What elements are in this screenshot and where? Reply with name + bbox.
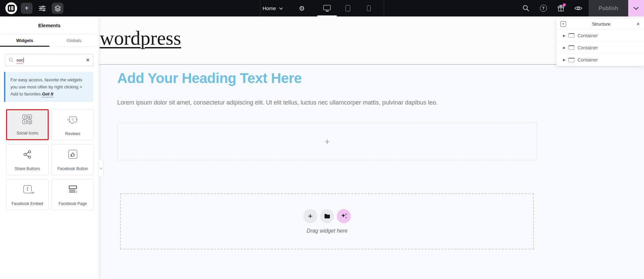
structure-button[interactable] (52, 3, 63, 14)
facebook-page-icon: f (68, 185, 78, 194)
tab-widgets[interactable]: Widgets (0, 34, 49, 46)
notification-badge (563, 3, 566, 6)
widget-search-field[interactable]: soc ✕ (5, 54, 93, 66)
elementor-logo[interactable] (5, 2, 17, 14)
widget-label: Reviews (65, 131, 80, 136)
text-caret (24, 57, 24, 63)
container-icon (568, 33, 574, 38)
structure-row-container-3[interactable]: ▶ Container (556, 54, 644, 66)
chevron-left-icon: ‹ (101, 166, 102, 171)
tablet-icon (346, 5, 350, 11)
widget-label: Facebook Embed (11, 201, 43, 206)
structure-panel-header: ▾ Structure ✕ (556, 18, 644, 30)
caret-right-icon[interactable]: ▶ (563, 46, 565, 49)
eye-icon (574, 6, 582, 11)
desktop-icon (323, 5, 331, 10)
elementor-logo-icon (8, 5, 15, 12)
empty-container-1[interactable]: + (117, 123, 537, 160)
drag-widget-hint: Drag widget here (307, 228, 348, 234)
ai-builder-button[interactable] (337, 209, 351, 223)
preview-button[interactable] (569, 0, 587, 16)
panel-tabs: Widgets Globals (0, 34, 99, 47)
chevron-down-icon (279, 7, 283, 10)
gear-icon: ⚙ (299, 4, 305, 12)
plus-icon: + (25, 4, 29, 11)
device-desktop-button[interactable] (317, 0, 337, 16)
responsive-mode-switcher (317, 0, 379, 16)
add-widget-plus-icon[interactable]: + (325, 136, 330, 147)
caret-right-icon[interactable]: ▶ (563, 58, 565, 62)
publish-button[interactable]: Publish (589, 0, 628, 16)
container-icon (568, 45, 574, 50)
structure-panel-title: Structure (566, 22, 636, 27)
search-icon (9, 57, 14, 63)
elements-panel: Elements Widgets Globals soc ✕ For easy … (0, 16, 99, 279)
active-device-indicator (317, 15, 337, 16)
device-tablet-button[interactable] (337, 0, 358, 16)
container-icon (568, 58, 574, 62)
whats-new-button[interactable] (552, 0, 569, 16)
template-library-button[interactable] (320, 209, 334, 223)
editor-top-bar: + Home ⚙ (0, 0, 644, 16)
widget-card-facebook-page[interactable]: f Facebook Page (51, 179, 94, 210)
sparkles-icon (340, 212, 348, 220)
document-switcher[interactable]: Home (263, 0, 283, 16)
widget-card-facebook-button[interactable]: Facebook Button (51, 144, 94, 175)
publish-options-button[interactable] (628, 0, 644, 16)
device-mobile-button[interactable] (358, 0, 379, 16)
widget-card-social-icons[interactable]: f ▶ t Social Icons (6, 109, 49, 140)
structure-row-container-1[interactable]: ▶ Container (556, 30, 644, 42)
help-icon: ? (540, 5, 547, 12)
widget-label: Facebook Page (58, 201, 87, 206)
topbar-divider (384, 0, 384, 16)
site-settings-button[interactable] (36, 3, 48, 14)
search-input[interactable]: soc (16, 57, 83, 63)
add-element-button[interactable]: + (21, 3, 33, 14)
mobile-icon (367, 5, 371, 11)
facebook-embed-icon: f </> (24, 185, 32, 193)
widget-label: Share Buttons (14, 166, 40, 171)
close-icon[interactable]: ✕ (636, 22, 640, 27)
svg-text:f: f (76, 190, 77, 194)
collapse-all-icon[interactable]: ▾ (560, 21, 566, 27)
widget-card-share-buttons[interactable]: Share Buttons (6, 144, 49, 175)
search-icon (522, 5, 530, 12)
finder-search-button[interactable] (517, 0, 535, 16)
share-icon (23, 150, 32, 159)
plus-icon: + (308, 211, 313, 221)
document-title: Home (263, 5, 276, 11)
chevron-down-icon (633, 7, 639, 10)
text-editor-widget[interactable]: Lorem ipsum dolor sit amet, consectetur … (117, 99, 438, 106)
topbar-divider (260, 0, 261, 16)
tab-globals[interactable]: Globals (49, 34, 99, 46)
social-icons-icon: f ▶ t (22, 115, 32, 124)
sliders-icon (39, 5, 46, 11)
widget-grid: f ▶ t Social Icons ‹ ☆ › Reviews (6, 109, 94, 210)
structure-panel: ▾ Structure ✕ ▶ Container ▶ Container ▶ … (556, 18, 644, 66)
collapse-panel-handle[interactable]: ‹ (99, 160, 104, 177)
folder-icon (324, 213, 330, 219)
caret-right-icon[interactable]: ▶ (563, 34, 565, 37)
layers-icon (54, 5, 61, 12)
add-element-circle-button[interactable]: + (303, 209, 317, 223)
widget-label: Social Icons (16, 131, 38, 135)
favorites-notice: For easy access, favorite the widgets yo… (4, 72, 93, 102)
thumbs-up-icon (68, 150, 77, 159)
heading-widget[interactable]: Add Your Heading Text Here (117, 70, 302, 86)
widget-card-facebook-embed[interactable]: f </> Facebook Embed (6, 179, 49, 210)
reviews-icon: ‹ ☆ › (67, 117, 78, 122)
page-settings-button[interactable]: ⚙ (297, 0, 307, 16)
got-it-link[interactable]: Got It (42, 91, 53, 97)
help-button[interactable]: ? (535, 0, 552, 16)
empty-container-2[interactable]: + Drag widget here (120, 193, 534, 249)
panel-title: Elements (0, 16, 99, 34)
widget-card-reviews[interactable]: ‹ ☆ › Reviews (51, 109, 94, 140)
widget-label: Facebook Button (57, 166, 88, 171)
structure-row-container-2[interactable]: ▶ Container (556, 42, 644, 54)
clear-search-icon[interactable]: ✕ (86, 57, 90, 63)
site-logo[interactable]: wordpress (100, 27, 181, 50)
